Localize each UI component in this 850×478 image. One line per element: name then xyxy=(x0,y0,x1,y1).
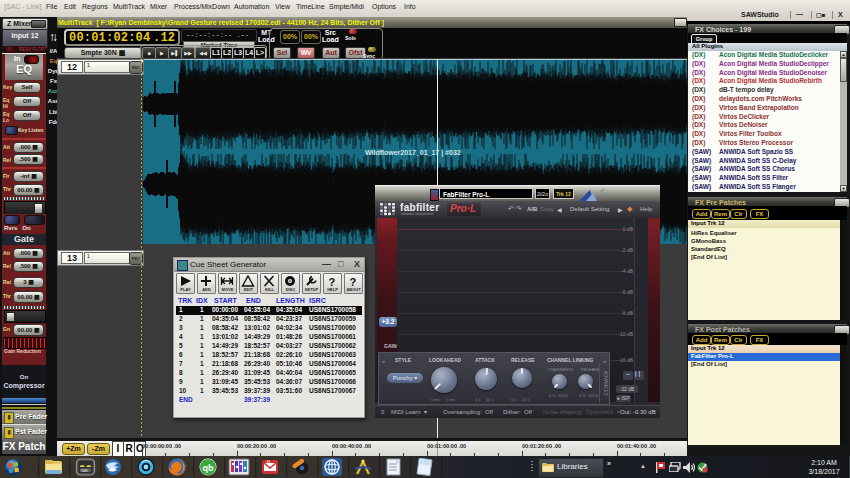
svg-text:H: H xyxy=(267,459,270,464)
svg-text:SAW: SAW xyxy=(81,469,88,473)
svg-text:?: ? xyxy=(329,276,336,288)
svg-text:qb: qb xyxy=(203,463,214,473)
svg-text:?: ? xyxy=(350,276,357,288)
